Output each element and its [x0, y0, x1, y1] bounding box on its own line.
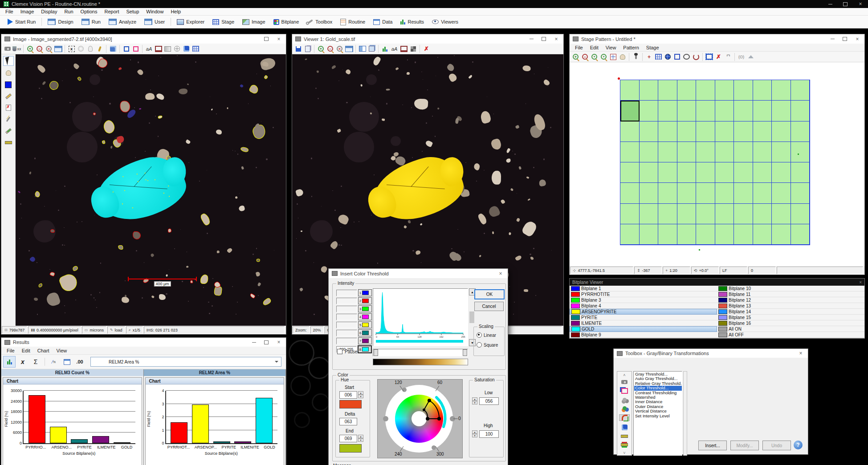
- toolbar-button-run[interactable]: Run: [77, 17, 105, 26]
- grid-cell[interactable]: [677, 183, 697, 203]
- toolbox-item[interactable]: Set Intensity Level: [634, 414, 682, 418]
- grid-cell[interactable]: [620, 162, 640, 183]
- decimal-format-button[interactable]: .00: [74, 356, 86, 367]
- copy-icon[interactable]: [303, 44, 312, 53]
- results-menu-chart[interactable]: Chart: [34, 348, 53, 354]
- saturation-high-field[interactable]: 100: [479, 430, 499, 438]
- toolbox-item[interactable]: Vertical Distance: [634, 409, 682, 413]
- rect-pattern-icon[interactable]: [672, 53, 682, 61]
- grid-cell[interactable]: [696, 101, 715, 121]
- dialog-bitplane-button-1[interactable]: 1: [358, 289, 372, 296]
- close-button[interactable]: ×: [853, 0, 868, 8]
- grid-cell[interactable]: [753, 204, 772, 224]
- grid-cell[interactable]: [791, 121, 810, 142]
- pause-checkbox[interactable]: Pause: [337, 349, 357, 354]
- objects-icon[interactable]: [182, 44, 191, 53]
- dialog-bitplane-button-7[interactable]: 7: [358, 337, 372, 344]
- square-blue-icon[interactable]: [122, 44, 131, 53]
- close-button[interactable]: ×: [550, 34, 562, 44]
- adjust-icon[interactable]: [163, 44, 172, 53]
- toolbar-button-stage[interactable]: Stage: [208, 18, 238, 26]
- grid-cell[interactable]: [791, 162, 810, 183]
- select-rect-icon[interactable]: [705, 53, 714, 61]
- toolbar-button-toolbox[interactable]: Toolbox: [303, 18, 336, 26]
- grid-cell[interactable]: [715, 142, 734, 162]
- toolbar-button-analyze[interactable]: Analyze: [105, 17, 140, 26]
- ellipse-pattern-icon[interactable]: [682, 53, 691, 61]
- grid-cell[interactable]: [715, 204, 734, 224]
- stage-menu-edit[interactable]: Edit: [587, 44, 602, 51]
- stage-window-titlebar[interactable]: Stage Pattern - Untitled * ×: [570, 34, 864, 44]
- point-pattern-icon[interactable]: +: [644, 53, 654, 61]
- square-radio[interactable]: Square: [477, 342, 498, 348]
- bitplane-item[interactable]: All OFF: [717, 332, 864, 338]
- grid-cell[interactable]: [734, 162, 753, 183]
- bulb-icon[interactable]: [86, 44, 95, 53]
- dialog-range-field[interactable]: [336, 290, 357, 296]
- table-view-icon[interactable]: [61, 356, 73, 367]
- grid-cell[interactable]: [620, 142, 640, 162]
- hue-end-field[interactable]: 069: [339, 435, 357, 442]
- cursor-icon[interactable]: [3, 56, 14, 66]
- saturation-high-spinner[interactable]: ▲▼: [472, 430, 477, 437]
- results-menu-view[interactable]: View: [53, 348, 71, 354]
- toolbar-button-bitplane[interactable]: Bitplane: [269, 18, 303, 26]
- results-panel-header[interactable]: RELM3 Count %: [1, 369, 143, 376]
- modify-button[interactable]: Modify...: [730, 441, 759, 450]
- save-icon[interactable]: [293, 44, 303, 53]
- insert-button[interactable]: Insert...: [698, 441, 727, 450]
- stack-view-icon[interactable]: [367, 44, 376, 53]
- grid-cell[interactable]: [753, 162, 772, 183]
- toolbar-button-explorer[interactable]: Explorer: [173, 18, 208, 26]
- app-menu-report[interactable]: Report: [101, 8, 123, 15]
- grid-cell[interactable]: [620, 224, 640, 245]
- color-spheres-icon[interactable]: [619, 406, 629, 411]
- grid-cell[interactable]: [753, 142, 772, 162]
- grid-cell[interactable]: [715, 183, 734, 203]
- grid-cell[interactable]: [715, 101, 734, 121]
- measure-multi-icon[interactable]: [619, 442, 629, 447]
- scroll-thumb[interactable]: [469, 311, 474, 323]
- grid-cell[interactable]: [677, 101, 697, 121]
- zoom-out-icon[interactable]: −: [326, 44, 335, 53]
- brush-icon[interactable]: [4, 92, 13, 101]
- zoom-in-icon[interactable]: +: [25, 44, 35, 53]
- grid-cell[interactable]: [677, 121, 697, 142]
- joystick-icon[interactable]: [631, 53, 640, 61]
- toolbar-button-design[interactable]: Design: [44, 17, 77, 26]
- eject-icon[interactable]: [746, 53, 755, 61]
- zoom-reset-icon[interactable]: ×: [335, 44, 344, 53]
- light-icon[interactable]: [76, 44, 86, 53]
- results-window-titlebar[interactable]: Results ×: [1, 338, 286, 347]
- grid-cell[interactable]: [658, 224, 677, 245]
- toolbar-button-viewers[interactable]: Viewers: [428, 18, 462, 26]
- erase-doc-icon[interactable]: ✗: [4, 103, 13, 112]
- results-menu-file[interactable]: File: [3, 348, 18, 354]
- annotate-text-icon[interactable]: aA: [144, 44, 154, 53]
- dialog-bitplane-button-3[interactable]: 3: [358, 305, 372, 312]
- grid-cell[interactable]: [620, 183, 640, 203]
- grid-cell[interactable]: [772, 101, 791, 121]
- grid-cell[interactable]: [658, 101, 677, 121]
- camera-icon[interactable]: [619, 380, 629, 384]
- grid-cell[interactable]: [734, 101, 753, 121]
- crop-icon[interactable]: [399, 44, 408, 53]
- camera-icon[interactable]: [3, 44, 12, 53]
- crosshair-icon[interactable]: [172, 44, 182, 53]
- dialog-range-field[interactable]: [336, 322, 357, 328]
- close-button[interactable]: ×: [494, 269, 507, 278]
- grid-cell[interactable]: [696, 204, 715, 224]
- grid-cell[interactable]: [677, 224, 697, 245]
- undo-button[interactable]: Undo: [762, 441, 791, 450]
- pencil-icon[interactable]: [4, 126, 13, 135]
- frames-icon[interactable]: [619, 388, 629, 394]
- grid-cell[interactable]: [696, 224, 715, 245]
- ok-button[interactable]: OK: [474, 289, 505, 299]
- grid-cell[interactable]: [658, 142, 677, 162]
- grid-cell[interactable]: [620, 101, 640, 121]
- close-button[interactable]: ×: [273, 34, 285, 44]
- bitplane-item[interactable]: PYRITE: [570, 315, 717, 320]
- strip-scroll-up-icon[interactable]: ˄: [623, 374, 625, 376]
- app-menu-help[interactable]: Help: [167, 8, 184, 15]
- hue-wheel-panel[interactable]: 120 60 240 300 0: [377, 379, 463, 458]
